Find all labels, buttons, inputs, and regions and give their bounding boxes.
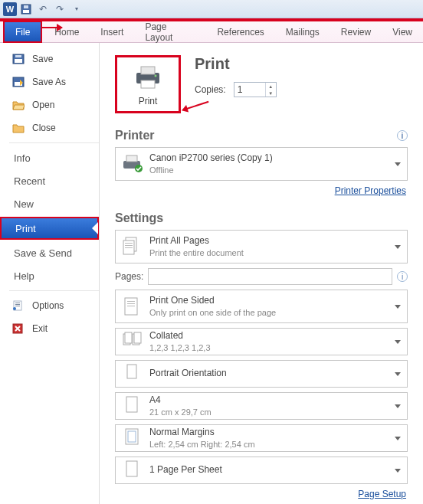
setting-collate[interactable]: Collated1,2,3 1,2,3 1,2,3 — [115, 328, 408, 355]
info-icon[interactable]: i — [397, 271, 408, 282]
chevron-down-icon — [395, 372, 401, 379]
spin-down-icon[interactable]: ▼ — [266, 90, 276, 97]
tab-review[interactable]: Review — [330, 21, 382, 42]
copies-spinner[interactable]: ▲▼ — [265, 83, 276, 97]
sidebar-item-help[interactable]: Help — [0, 264, 99, 287]
print-button[interactable]: Print — [115, 55, 181, 113]
setting-sides[interactable]: Print One SidedOnly print on one side of… — [115, 290, 408, 323]
portrait-icon — [122, 363, 142, 385]
one-sided-icon — [122, 296, 142, 317]
setting-print-range[interactable]: Print All PagesPrint the entire document — [115, 230, 408, 263]
printer-status: Offline — [149, 165, 273, 175]
page-setup-link[interactable]: Page Setup — [115, 489, 406, 499]
tab-file[interactable]: File — [3, 21, 42, 43]
sidebar-item-info[interactable]: Info — [0, 146, 99, 169]
sidebar-label: Exit — [32, 323, 48, 334]
sidebar-label: Options — [32, 300, 64, 311]
qat-save-icon[interactable] — [18, 2, 34, 17]
svg-rect-4 — [15, 59, 22, 63]
svg-rect-27 — [127, 301, 135, 302]
qat-redo-icon[interactable]: ↷ — [52, 2, 67, 17]
tab-home[interactable]: Home — [44, 21, 90, 42]
page-size-icon — [122, 395, 142, 417]
sidebar-item-options[interactable]: Options — [0, 294, 99, 317]
backstage-sidebar: Save Save As Open Close Info Recent New … — [0, 43, 100, 504]
sidebar-item-recent[interactable]: Recent — [0, 169, 99, 192]
chevron-down-icon — [395, 162, 401, 169]
pages-icon — [122, 236, 142, 257]
svg-rect-15 — [141, 67, 155, 74]
sidebar-item-savesend[interactable]: Save & Send — [0, 241, 99, 264]
settings-heading: Settings — [115, 211, 163, 225]
printer-section: Printeri Canon iP2700 series (Copy 1) Of… — [115, 129, 408, 196]
setting-paper-size[interactable]: A421 cm x 29,7 cm — [115, 392, 408, 420]
printer-icon — [132, 64, 164, 91]
svg-rect-28 — [127, 303, 135, 304]
svg-rect-5 — [15, 55, 21, 57]
copies-input[interactable]: 1 ▲▼ — [234, 82, 277, 97]
printer-properties-link[interactable]: Printer Properties — [115, 185, 406, 196]
setting-orientation[interactable]: Portrait Orientation — [115, 360, 408, 388]
sidebar-label: Save As — [32, 77, 66, 87]
svg-rect-35 — [126, 397, 137, 412]
svg-rect-23 — [125, 243, 133, 244]
qat-undo-icon[interactable]: ↶ — [35, 2, 51, 17]
open-icon — [12, 100, 26, 110]
qat-dropdown-icon[interactable]: ▾ — [69, 2, 84, 17]
word-icon: W — [3, 2, 17, 16]
exit-icon — [12, 323, 26, 334]
quick-access-toolbar: W ↶ ↷ ▾ — [0, 0, 423, 18]
copies-value: 1 — [238, 84, 243, 95]
tab-page-layout[interactable]: Page Layout — [134, 21, 206, 42]
chevron-down-icon — [395, 437, 401, 443]
pages-input[interactable] — [148, 268, 392, 285]
printer-heading: Printer — [115, 129, 155, 142]
svg-rect-29 — [127, 306, 135, 306]
chevron-down-icon — [395, 340, 401, 347]
collated-icon — [122, 331, 142, 352]
print-button-label: Print — [139, 96, 158, 106]
sidebar-item-print[interactable]: Print — [0, 217, 99, 240]
svg-rect-2 — [24, 5, 28, 8]
sidebar-item-close[interactable]: Close — [0, 116, 99, 139]
saveas-icon — [12, 77, 26, 87]
chevron-down-icon — [395, 245, 401, 252]
tab-view[interactable]: View — [382, 21, 423, 42]
chevron-down-icon — [395, 469, 401, 476]
svg-rect-34 — [127, 365, 136, 378]
page-per-sheet-icon — [122, 460, 142, 481]
svg-rect-9 — [15, 303, 20, 303]
setting-margins[interactable]: Normal MarginsLeft: 2,54 cm Right: 2,54 … — [115, 424, 408, 452]
svg-rect-1 — [23, 10, 29, 13]
tab-references[interactable]: References — [206, 21, 274, 42]
chevron-down-icon — [395, 305, 401, 312]
sidebar-item-new[interactable]: New — [0, 192, 99, 215]
svg-rect-33 — [134, 332, 141, 343]
info-icon[interactable]: i — [397, 130, 408, 141]
print-heading: Print — [195, 55, 277, 73]
printer-selector[interactable]: Canon iP2700 series (Copy 1) Offline — [115, 147, 408, 181]
svg-point-17 — [155, 75, 157, 77]
print-pane: Print Print Copies: 1 ▲▼ Printeri Ca — [100, 43, 423, 504]
sidebar-label: Open — [32, 100, 54, 110]
copies-label: Copies: — [195, 84, 226, 95]
svg-rect-16 — [141, 80, 155, 88]
sidebar-item-open[interactable]: Open — [0, 93, 99, 116]
sidebar-label: Close — [32, 123, 56, 133]
tab-insert[interactable]: Insert — [90, 21, 134, 42]
tab-mailings[interactable]: Mailings — [275, 21, 330, 42]
svg-rect-11 — [15, 306, 20, 306]
printer-name: Canon iP2700 series (Copy 1) — [149, 152, 273, 165]
svg-rect-19 — [126, 155, 137, 162]
save-icon — [12, 54, 26, 64]
settings-section: Settings Print All PagesPrint the entire… — [115, 211, 408, 499]
annotation-arrow-icon — [184, 101, 209, 110]
ribbon-tabs: File Home Insert Page Layout References … — [0, 21, 423, 43]
separator — [9, 290, 99, 291]
sidebar-item-saveas[interactable]: Save As — [0, 70, 99, 93]
sidebar-item-save[interactable]: Save — [0, 47, 99, 70]
chevron-down-icon — [395, 404, 401, 411]
spin-up-icon[interactable]: ▲ — [266, 83, 276, 90]
setting-pages-per-sheet[interactable]: 1 Page Per Sheet — [115, 457, 408, 484]
sidebar-item-exit[interactable]: Exit — [0, 317, 99, 340]
